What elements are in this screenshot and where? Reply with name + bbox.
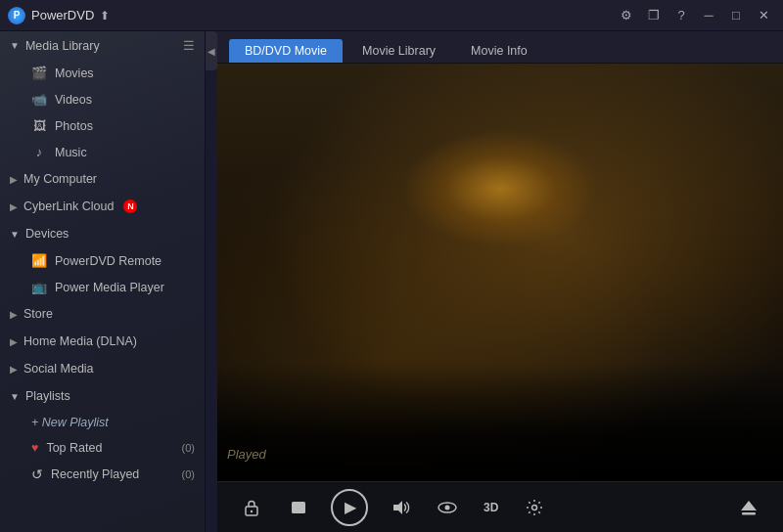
chevron-playlists-icon: ▼ <box>10 391 20 402</box>
store-label: Store <box>23 307 53 321</box>
svg-point-6 <box>532 505 537 510</box>
eject-button[interactable] <box>734 493 763 522</box>
new-playlist-label: + New Playlist <box>31 416 109 429</box>
chevron-devices-icon: ▼ <box>10 229 20 240</box>
cyberlink-cloud-label: CyberLink Cloud <box>23 200 114 213</box>
sidebar-section-home-media[interactable]: ▶ Home Media (DLNA) <box>0 328 205 355</box>
chevron-right-icon: ▶ <box>10 174 18 185</box>
title-bar-left: P PowerDVD ⬆ <box>8 7 110 24</box>
main-layout: ▼ Media Library ☰ 🎬 Movies 📹 Videos 🖼 Ph… <box>0 31 783 532</box>
window-controls: ⚙ ❐ ? ─ □ ✕ <box>615 4 775 27</box>
video-area: Played <box>217 64 783 481</box>
heart-icon: ♥ <box>31 441 38 455</box>
chevron-right-icon-2: ▶ <box>10 201 18 212</box>
sidebar-collapse-handle[interactable]: ◀ <box>206 31 217 70</box>
tab-movie-info[interactable]: Movie Info <box>455 39 543 63</box>
sidebar-section-social-media[interactable]: ▶ Social Media <box>0 355 205 382</box>
svg-marker-3 <box>393 501 402 514</box>
svg-rect-8 <box>742 512 756 515</box>
devices-label: Devices <box>25 227 69 241</box>
title-bar: P PowerDVD ⬆ ⚙ ❐ ? ─ □ ✕ <box>0 0 783 31</box>
chevron-store-icon: ▶ <box>10 309 18 320</box>
powerdvd-remote-icon: 📶 <box>31 253 47 268</box>
movies-icon: 🎬 <box>31 66 47 80</box>
svg-marker-7 <box>741 501 757 510</box>
played-text: Played <box>227 447 266 462</box>
app-title: PowerDVD <box>31 8 94 22</box>
list-icon: ☰ <box>183 38 195 53</box>
playlist-item-top-rated[interactable]: ♥ Top Rated (0) <box>0 435 205 461</box>
tab-bd-dvd[interactable]: BD/DVD Movie <box>229 39 343 63</box>
cyberlink-badge: N <box>123 200 137 213</box>
photos-label: Photos <box>55 119 93 133</box>
recently-played-count: (0) <box>182 468 195 480</box>
playlist-item-recently-played[interactable]: ↺ Recently Played (0) <box>0 461 205 488</box>
sidebar-item-photos[interactable]: 🖼 Photos <box>0 112 205 139</box>
video-glow <box>402 130 598 247</box>
close-button[interactable]: ✕ <box>752 4 775 27</box>
volume-button[interactable] <box>386 493 415 522</box>
svg-point-1 <box>251 510 253 511</box>
chevron-icon: ▼ <box>10 40 20 51</box>
chevron-social-icon: ▶ <box>10 364 18 375</box>
tabs-bar: BD/DVD Movie Movie Library Movie Info <box>217 31 783 64</box>
music-icon: ♪ <box>31 145 47 159</box>
my-computer-label: My Computer <box>23 172 97 186</box>
sidebar-section-media-library[interactable]: ▼ Media Library ☰ <box>0 31 205 60</box>
top-rated-label: Top Rated <box>46 441 102 455</box>
maximize-button[interactable]: □ <box>724 4 748 27</box>
home-media-label: Home Media (DLNA) <box>23 334 137 348</box>
sidebar-item-powerdvd-remote[interactable]: 📶 PowerDVD Remote <box>0 247 205 274</box>
svg-point-5 <box>445 505 450 510</box>
playlists-label: Playlists <box>25 389 70 403</box>
sidebar-section-store[interactable]: ▶ Store <box>0 300 205 328</box>
settings-icon[interactable]: ⚙ <box>615 4 638 27</box>
powerdvd-remote-label: PowerDVD Remote <box>55 254 161 268</box>
sidebar-item-music[interactable]: ♪ Music <box>0 139 205 165</box>
top-rated-count: (0) <box>182 442 195 454</box>
sidebar-section-devices[interactable]: ▼ Devices <box>0 220 205 247</box>
content-area: BD/DVD Movie Movie Library Movie Info Pl… <box>217 31 783 532</box>
control-bar: ▶ 3D <box>217 481 783 532</box>
up-icon[interactable]: ⬆ <box>100 9 110 22</box>
play-icon: ▶ <box>345 498 356 516</box>
photos-icon: 🖼 <box>31 118 47 133</box>
social-media-label: Social Media <box>23 362 94 376</box>
playback-settings-button[interactable] <box>520 493 549 522</box>
sidebar-item-videos[interactable]: 📹 Videos <box>0 86 205 112</box>
play-button[interactable]: ▶ <box>331 489 368 526</box>
power-media-player-icon: 📺 <box>31 280 47 294</box>
videos-label: Videos <box>55 93 92 107</box>
tab-movie-library[interactable]: Movie Library <box>346 39 451 63</box>
3d-button[interactable]: 3D <box>480 493 502 522</box>
recently-played-label: Recently Played <box>51 467 139 481</box>
sidebar-item-power-media-player[interactable]: 📺 Power Media Player <box>0 274 205 300</box>
media-library-label: Media Library <box>25 39 100 53</box>
movies-label: Movies <box>55 66 94 80</box>
hdr-button[interactable] <box>433 493 462 522</box>
new-playlist-button[interactable]: + New Playlist <box>0 410 205 435</box>
sidebar-item-movies[interactable]: 🎬 Movies <box>0 60 205 86</box>
lock-button[interactable] <box>237 493 266 522</box>
music-label: Music <box>55 146 87 159</box>
restore-icon[interactable]: ❐ <box>642 4 666 27</box>
app-logo: P <box>8 7 25 24</box>
power-media-player-label: Power Media Player <box>55 281 164 294</box>
videos-icon: 📹 <box>31 92 47 107</box>
sidebar-section-my-computer[interactable]: ▶ My Computer <box>0 165 205 193</box>
svg-rect-2 <box>292 502 305 513</box>
3d-label: 3D <box>484 501 498 514</box>
sidebar-section-playlists[interactable]: ▼ Playlists <box>0 382 205 410</box>
recently-played-icon: ↺ <box>31 466 43 482</box>
video-silhouette <box>217 364 783 481</box>
sidebar: ▼ Media Library ☰ 🎬 Movies 📹 Videos 🖼 Ph… <box>0 31 206 532</box>
sidebar-section-cyberlink-cloud[interactable]: ▶ CyberLink Cloud N <box>0 193 205 220</box>
chevron-home-icon: ▶ <box>10 336 18 347</box>
screenshot-button[interactable] <box>284 493 313 522</box>
help-icon[interactable]: ? <box>669 4 693 27</box>
minimize-button[interactable]: ─ <box>697 4 720 27</box>
